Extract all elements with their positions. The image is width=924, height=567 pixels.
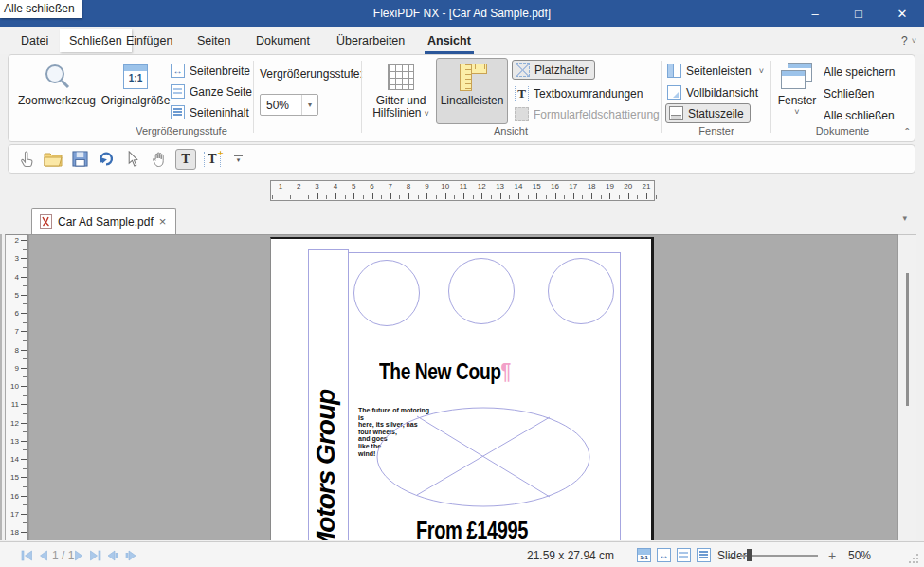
previous-page-button[interactable] [38, 542, 48, 567]
circle-placeholder-2 [448, 258, 515, 324]
add-text-icon: T+ [204, 152, 220, 167]
ruler-number: 18 [585, 182, 598, 191]
document-canvas[interactable]: The New Coup¶ The future of motoring ish… [28, 234, 898, 540]
textbox-borders-icon: T [515, 86, 529, 101]
original-size-label: Originalgröße [101, 95, 171, 107]
original-size-button[interactable]: 1:1 Originalgröße [100, 58, 172, 124]
sidebars-button[interactable]: Seitenleisten ˅ [667, 61, 764, 81]
status-page-content-button[interactable] [697, 542, 711, 567]
page-width-label: Seitenbreite [190, 64, 250, 78]
ruler-number: 2 [8, 236, 19, 245]
form-shading-label: Formularfeldschattierung [534, 108, 660, 121]
toolbar-overflow-button[interactable]: ▾ [234, 155, 243, 163]
status-original-size-button[interactable]: 1:1 [637, 542, 651, 567]
form-shading-button-disabled: Formularfeldschattierung [515, 104, 660, 124]
cursor-arrow-icon [127, 151, 138, 167]
tab-datei[interactable]: Datei [21, 27, 48, 54]
zoom-tool-button[interactable]: Zoomwerkzeug [14, 58, 100, 124]
ribbon-collapse-icon[interactable]: ˆ [905, 126, 909, 137]
pane-splitter[interactable] [0, 234, 2, 540]
ruler-number: 8 [402, 182, 415, 191]
tab-ansicht[interactable]: Ansicht [427, 27, 471, 54]
pan-tool-button[interactable] [149, 149, 170, 170]
page-content-label: Seiteninhalt [190, 106, 249, 119]
textbox-borders-button[interactable]: T Textboxumrandungen [515, 83, 643, 103]
next-page-button[interactable] [74, 542, 84, 567]
pdf-file-icon [40, 214, 52, 229]
zoom-level-label: Vergrößerungsstufe: [260, 67, 363, 81]
close-button[interactable]: ✕ [880, 0, 924, 27]
select-tool-button[interactable] [122, 149, 143, 170]
page-content-button[interactable]: Seiteninhalt [171, 102, 249, 122]
group-caption-window: Fenster [664, 125, 769, 139]
page-content-icon [171, 105, 185, 119]
grid-guides-button[interactable]: Gitter und Hilfslinien˅ [368, 58, 434, 124]
status-whole-page-button[interactable] [677, 542, 691, 567]
view-back-button[interactable] [106, 542, 119, 567]
placeholder-icon [516, 63, 530, 77]
open-file-button[interactable] [43, 149, 63, 170]
text-tool-button[interactable]: T [175, 149, 196, 170]
save-all-button[interactable]: Alle speichern [824, 62, 895, 82]
minimize-button[interactable]: – [793, 0, 837, 27]
grid-guides-label-2: Hilfslinien˅ [372, 107, 429, 120]
vertical-scrollbar[interactable] [898, 234, 916, 540]
title-bar: FlexiPDF NX - [Car Ad Sample.pdf] – □ ✕ [0, 0, 924, 27]
add-textbox-button[interactable]: T+ [202, 149, 223, 170]
tab-ueberarbeiten[interactable]: Überarbeiten [336, 27, 405, 54]
ruler-number: 9 [8, 364, 19, 373]
ruler-number: 3 [311, 182, 324, 191]
save-button[interactable] [69, 149, 90, 170]
sidebars-icon [667, 64, 681, 78]
document-tab[interactable]: Car Ad Sample.pdf × [31, 208, 176, 234]
resize-grip[interactable] [909, 554, 918, 563]
undo-button[interactable] [96, 149, 117, 170]
status-page-width-button[interactable] [657, 542, 671, 567]
fullscreen-button[interactable]: Vollbildansicht [667, 82, 758, 102]
document-tab-label: Car Ad Sample.pdf [58, 215, 154, 229]
whole-page-button[interactable]: Ganze Seite [171, 82, 252, 101]
ruler-number: 19 [603, 182, 616, 191]
help-button[interactable]: ? ˅ [901, 27, 916, 54]
last-page-button[interactable] [89, 542, 101, 567]
window-menu-button[interactable]: Fenster ˅ [774, 58, 820, 124]
quick-toolbar: T T+ ▾ [8, 144, 915, 174]
close-document-button[interactable]: Schließen [824, 83, 874, 103]
whole-page-label: Ganze Seite [190, 85, 252, 99]
chevron-down-icon: ˅ [912, 36, 916, 46]
ruler-number: 18 [8, 528, 19, 537]
close-all-button[interactable]: Alle schließen [824, 105, 895, 125]
scrollbar-thumb[interactable] [906, 273, 909, 406]
placeholders-toggle[interactable]: Platzhalter [512, 60, 595, 80]
zoom-slider-track[interactable] [740, 555, 818, 557]
rulers-button[interactable]: Linealleisten [436, 58, 508, 124]
tab-dokument[interactable]: Dokument [256, 27, 310, 54]
view-forward-button[interactable] [124, 542, 137, 567]
status-row-toggle[interactable]: Statuszeile [665, 103, 751, 123]
tab-seiten[interactable]: Seiten [197, 27, 230, 54]
tab-close-icon[interactable]: × [159, 216, 167, 228]
ruler-number: 11 [457, 182, 470, 191]
chevron-down-icon: ˅ [794, 107, 799, 117]
ruler-number: 6 [366, 182, 379, 191]
zoom-out-button[interactable]: – [728, 542, 735, 567]
ruler-number: 14 [8, 455, 19, 464]
tab-einfuegen[interactable]: Einfügen [126, 27, 172, 54]
status-bar: 1 / 1 21.59 x 27.94 cm 1:1 Slider – + 50… [0, 541, 924, 567]
page-width-button[interactable]: Seitenbreite [171, 61, 250, 81]
first-page-button[interactable] [21, 542, 33, 567]
zoom-level-combobox[interactable]: 50% ▾ [260, 94, 318, 116]
pdf-page[interactable]: The New Coup¶ The future of motoring ish… [270, 237, 654, 540]
touch-pointer-button[interactable] [16, 149, 37, 170]
grid-icon [388, 59, 414, 95]
tab-list-dropdown-icon[interactable]: ▾ [902, 213, 907, 223]
ruler-number: 16 [549, 182, 562, 191]
close-all-label: Alle schließen [824, 109, 895, 122]
page-indicator: 1 / 1 [52, 542, 74, 567]
maximize-button[interactable]: □ [837, 0, 880, 27]
ruler-number: 13 [494, 182, 507, 191]
zoom-in-button[interactable]: + [828, 542, 836, 567]
combo-dropdown-icon[interactable]: ▾ [301, 95, 317, 115]
zoom-slider-handle[interactable] [747, 549, 752, 561]
folder-icon [44, 152, 63, 167]
